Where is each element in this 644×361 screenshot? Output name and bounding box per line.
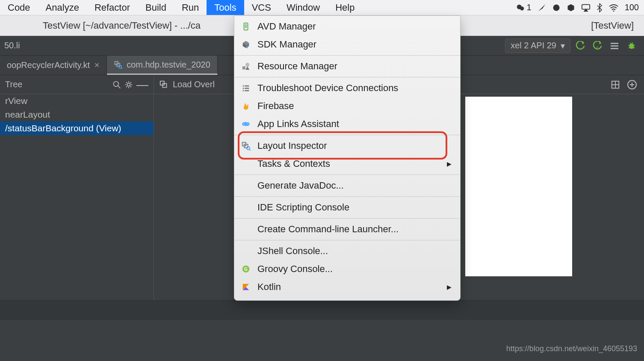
list-icon	[240, 83, 251, 94]
svg-line-16	[630, 42, 631, 44]
component-tree[interactable]: rView nearLayout /statusBarBackground (V…	[0, 94, 154, 300]
menu-item-layout-inspector[interactable]: Layout Inspector	[234, 137, 460, 155]
device-frame	[465, 97, 572, 276]
svg-rect-50	[243, 86, 244, 87]
status-bar	[0, 320, 644, 344]
bluetooth-icon[interactable]	[597, 3, 603, 12]
layout-inspector-icon	[114, 60, 122, 69]
menu-item-resource-manager[interactable]: Resource Manager	[234, 57, 460, 75]
wechat-icon[interactable]: 1	[516, 3, 532, 12]
location-icon[interactable]	[538, 3, 546, 12]
menu-item-label: Create Command-line Launcher...	[257, 224, 399, 235]
menu-item-tasks-contexts[interactable]: Tasks & Contexts▶	[234, 155, 460, 173]
svg-line-30	[130, 86, 131, 87]
menu-item-groovy-console[interactable]: GGroovy Console...	[234, 260, 460, 278]
svg-rect-47	[242, 66, 245, 69]
svg-point-22	[114, 81, 119, 86]
submenu-arrow-icon: ▶	[447, 160, 452, 167]
menu-item-label: Troubleshoot Device Connections	[257, 83, 398, 94]
menu-item-label: Firebase	[257, 101, 294, 112]
svg-rect-55	[245, 90, 249, 92]
menu-item-label: Resource Manager	[257, 61, 337, 72]
menu-analyze[interactable]: Analyze	[38, 0, 87, 15]
attach-debugger-icon[interactable]	[610, 41, 619, 50]
svg-line-15	[633, 47, 635, 48]
blank-icon	[240, 158, 251, 169]
svg-rect-52	[243, 88, 244, 89]
device-selector[interactable]: xel 2 API 29 ▾	[505, 38, 570, 53]
close-tab-icon[interactable]: ✕	[94, 61, 100, 69]
svg-rect-53	[245, 88, 249, 89]
load-overlay-label[interactable]: Load Overl	[173, 80, 215, 89]
grid-icon[interactable]	[611, 80, 620, 89]
bug-icon[interactable]	[627, 41, 636, 50]
svg-point-11	[629, 43, 634, 49]
svg-point-24	[127, 83, 130, 86]
menu-item-sdk-manager[interactable]: SDK Manager	[234, 36, 460, 53]
shield-hex-icon[interactable]	[567, 3, 575, 12]
owl-icon[interactable]	[552, 3, 561, 12]
svg-line-23	[118, 86, 121, 88]
tab-loop-recycler[interactable]: oopRecyclerActivity.kt ✕	[0, 56, 107, 75]
airplay-icon[interactable]	[581, 3, 591, 12]
tree-node-selected[interactable]: /statusBarBackground (View)	[0, 121, 154, 135]
svg-rect-54	[243, 90, 244, 92]
battery-text: 100	[625, 3, 639, 12]
minimize-icon[interactable]: —	[136, 83, 148, 87]
blank-icon	[240, 224, 251, 235]
svg-text:G: G	[244, 267, 248, 272]
layout-inspector-icon	[240, 140, 251, 151]
menu-item-label: Layout Inspector	[257, 140, 327, 151]
apply-changes-icon[interactable]	[576, 41, 585, 50]
tree-node[interactable]: rView	[0, 94, 154, 108]
firebase-icon	[240, 101, 251, 112]
menu-item-jshell-console[interactable]: JShell Console...	[234, 242, 460, 260]
menu-item-firebase[interactable]: Firebase	[234, 97, 460, 115]
device-icon	[240, 21, 251, 32]
kotlin-icon	[240, 281, 251, 293]
svg-marker-3	[567, 4, 574, 11]
watermark-text: https://blog.csdn.net/weixin_46055193	[506, 344, 637, 353]
menu-item-label: Groovy Console...	[257, 263, 333, 275]
menu-item-generate-javadoc[interactable]: Generate JavaDoc...	[234, 177, 460, 195]
svg-line-29	[126, 82, 127, 83]
search-icon[interactable]	[112, 80, 121, 89]
menu-item-troubleshoot-device-connections[interactable]: Troubleshoot Device Connections	[234, 79, 460, 97]
window-title-left: TestView [~/advance/TestView] - .../ca	[43, 20, 201, 31]
menu-item-label: AVD Manager	[257, 21, 316, 32]
menu-refactor[interactable]: Refactor	[87, 0, 138, 15]
tab-layout-inspector[interactable]: com.hdp.testvie_2020	[107, 56, 218, 75]
apply-code-changes-icon[interactable]: A	[593, 41, 602, 50]
svg-line-17	[632, 42, 633, 44]
menu-item-avd-manager[interactable]: AVD Manager	[234, 18, 460, 36]
wifi-icon[interactable]	[609, 4, 619, 12]
add-icon[interactable]	[627, 80, 637, 90]
tool-window-bar	[0, 300, 644, 320]
menu-item-ide-scripting-console[interactable]: IDE Scripting Console	[234, 198, 460, 216]
menu-window[interactable]: Window	[279, 0, 328, 15]
svg-point-6	[613, 10, 614, 12]
menubar-status-tray: 1 100	[516, 3, 644, 12]
blank-icon	[240, 180, 251, 191]
groovy-icon: G	[240, 263, 251, 275]
load-overlay-icon[interactable]	[159, 80, 168, 89]
menu-item-app-links-assistant[interactable]: App Links Assistant	[234, 115, 460, 133]
menu-item-label: Tasks & Contexts	[257, 158, 330, 169]
menu-run[interactable]: Run	[174, 0, 207, 15]
menu-item-label: App Links Assistant	[257, 118, 339, 130]
tree-panel-title: Tree	[5, 80, 22, 89]
tree-node[interactable]: nearLayout	[0, 108, 154, 121]
menu-tools[interactable]: Tools	[207, 0, 244, 15]
link-icon	[240, 118, 251, 130]
menu-code[interactable]: Code	[0, 0, 38, 15]
menu-item-label: SDK Manager	[257, 39, 316, 50]
svg-rect-42	[245, 24, 247, 28]
menu-help[interactable]: Help	[328, 0, 362, 15]
svg-line-21	[121, 68, 123, 69]
svg-line-32	[130, 82, 131, 83]
menu-item-create-command-line-launcher[interactable]: Create Command-line Launcher...	[234, 220, 460, 238]
menu-build[interactable]: Build	[138, 0, 174, 15]
gear-icon[interactable]	[124, 80, 133, 89]
menu-vcs[interactable]: VCS	[244, 0, 279, 15]
menu-item-kotlin[interactable]: Kotlin▶	[234, 278, 460, 296]
